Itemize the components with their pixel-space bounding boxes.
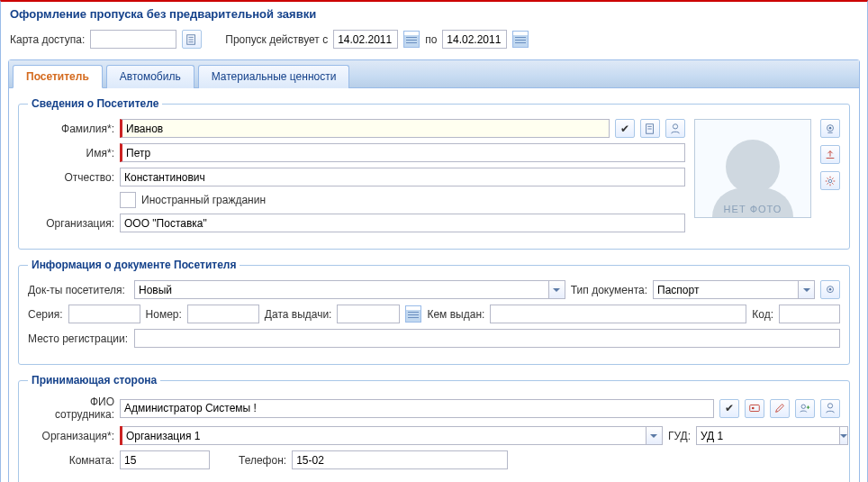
card-scan-icon[interactable] (182, 30, 202, 49)
visitor-legend: Сведения о Посетителе (28, 97, 162, 110)
host-org-value[interactable] (122, 426, 646, 445)
docs-legend: Информация о документе Посетителя (28, 259, 240, 271)
svg-point-9 (829, 126, 832, 129)
person-icon[interactable] (665, 119, 685, 138)
svg-point-12 (829, 287, 832, 290)
host-org-label: Организация*: (28, 430, 114, 442)
window-title: Оформление пропуска без предварительной … (1, 2, 867, 28)
svg-point-14 (752, 407, 755, 410)
fieldset-docs: Информация о документе Посетителя Док-ты… (18, 259, 850, 365)
room-label: Комната: (28, 454, 114, 467)
visitor-org-input[interactable] (120, 214, 685, 232)
doc-type-select[interactable] (653, 280, 815, 299)
date-from-input[interactable] (333, 30, 398, 49)
host-fio-input[interactable] (120, 399, 714, 418)
card-label: Карта доступа: (10, 33, 85, 46)
patronymic-input[interactable] (120, 168, 685, 186)
docs-select[interactable] (134, 280, 565, 299)
visitor-org-label: Организация: (28, 217, 114, 230)
series-input[interactable] (68, 305, 140, 323)
issue-date-calendar-icon[interactable] (405, 305, 421, 323)
issued-by-input[interactable] (490, 305, 746, 323)
photo-placeholder: НЕТ ФОТО (694, 119, 811, 218)
surname-label: Фамилия*: (28, 123, 114, 135)
code-label: Код: (752, 308, 773, 321)
foreigner-label: Иностранный гражданин (141, 194, 266, 206)
tab-materials[interactable]: Материальные ценности (198, 65, 350, 88)
card-input[interactable] (90, 30, 176, 49)
chevron-down-icon[interactable] (840, 426, 848, 445)
docs-label: Док-ты посетителя: (28, 284, 129, 296)
confirm-icon[interactable]: ✔ (615, 119, 635, 138)
svg-point-10 (828, 179, 832, 183)
doc-type-value[interactable] (653, 280, 799, 299)
valid-from-label: Пропуск действует с (225, 33, 328, 46)
svg-point-7 (673, 123, 677, 128)
gud-value[interactable] (696, 426, 840, 445)
reg-label: Место регистрации: (28, 332, 129, 345)
form-body: Сведения о Посетителе Фамилия*: ✔ (9, 88, 859, 482)
chevron-down-icon[interactable] (646, 426, 663, 445)
name-label: Имя*: (28, 147, 114, 159)
scan-doc-icon[interactable] (820, 280, 840, 299)
reg-input[interactable] (134, 329, 840, 348)
name-input[interactable] (120, 143, 685, 162)
host-person-icon[interactable] (820, 399, 840, 418)
host-org-select[interactable] (120, 426, 663, 445)
date-from-calendar-icon[interactable] (403, 31, 420, 48)
phone-input[interactable] (292, 450, 508, 469)
doc-type-label: Тип документа: (571, 284, 647, 296)
date-to-calendar-icon[interactable] (512, 31, 529, 48)
fieldset-host: Принимающая сторона ФИО сотрудника: ✔ (18, 374, 850, 482)
gud-label: ГУД: (668, 430, 691, 442)
doc-icon[interactable] (640, 119, 660, 138)
issued-by-label: Кем выдан: (427, 308, 484, 321)
room-input[interactable] (120, 450, 210, 469)
svg-point-16 (827, 404, 832, 408)
date-to-input[interactable] (442, 30, 507, 49)
webcam-icon[interactable] (820, 119, 840, 138)
patronymic-label: Отчество: (28, 171, 114, 184)
code-input[interactable] (779, 305, 840, 323)
issue-date-label: Дата выдачи: (265, 308, 332, 321)
settings-icon[interactable] (820, 171, 840, 190)
host-legend: Принимающая сторона (28, 374, 160, 387)
pass-registration-window: Оформление пропуска без предварительной … (0, 0, 868, 482)
host-add-person-icon[interactable] (795, 399, 815, 418)
chevron-down-icon[interactable] (549, 280, 565, 299)
host-confirm-icon[interactable]: ✔ (719, 399, 739, 418)
svg-point-15 (801, 405, 805, 408)
host-edit-icon[interactable] (770, 399, 790, 418)
no-photo-label: НЕТ ФОТО (724, 204, 782, 214)
host-card-icon[interactable] (745, 399, 764, 418)
tabs-panel: Посетитель Автомобиль Материальные ценно… (8, 59, 860, 482)
gud-select[interactable] (696, 426, 840, 445)
phone-label: Телефон: (239, 454, 286, 467)
upload-photo-icon[interactable] (820, 145, 840, 164)
surname-input[interactable] (120, 119, 610, 138)
svg-rect-13 (750, 405, 760, 412)
host-fio-label: ФИО сотрудника: (28, 396, 114, 421)
chevron-down-icon[interactable] (799, 280, 815, 299)
number-label: Номер: (146, 308, 182, 321)
fieldset-visitor: Сведения о Посетителе Фамилия*: ✔ (18, 97, 850, 250)
issue-date-input[interactable] (337, 305, 400, 323)
valid-to-label: по (425, 33, 437, 46)
tab-vehicle[interactable]: Автомобиль (106, 65, 194, 88)
tab-visitor[interactable]: Посетитель (13, 65, 103, 88)
docs-select-value[interactable] (134, 280, 549, 299)
series-label: Серия: (28, 308, 63, 321)
foreigner-checkbox[interactable] (120, 192, 136, 208)
number-input[interactable] (187, 305, 259, 323)
validity-toolbar: Карта доступа: Пропуск действует с по (1, 28, 867, 58)
tabs-strip: Посетитель Автомобиль Материальные ценно… (9, 60, 859, 88)
